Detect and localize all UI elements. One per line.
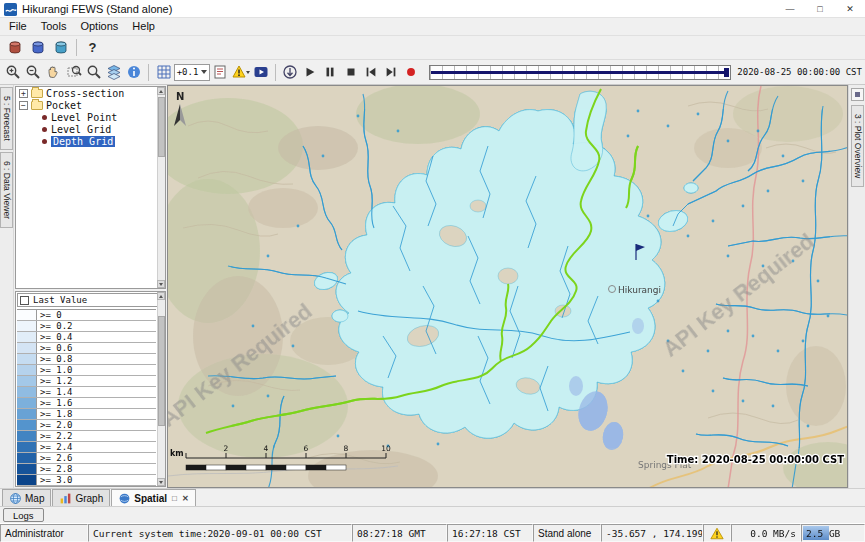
legend-label: >= 2.4 bbox=[37, 442, 73, 452]
record-button[interactable] bbox=[401, 62, 421, 83]
dock-icon bbox=[855, 92, 860, 97]
goto-current-time-icon[interactable] bbox=[280, 62, 300, 83]
last-value-checkbox[interactable] bbox=[20, 296, 29, 305]
scroll-up-icon[interactable] bbox=[157, 292, 165, 300]
scroll-up-icon[interactable] bbox=[157, 87, 165, 95]
tab-spatial[interactable]: Spatial □ ✕ bbox=[111, 489, 195, 506]
grid-threshold-value: +0.1 bbox=[177, 67, 199, 77]
left-tab-strip: 5 : Forecast 6 : Data Viewer bbox=[0, 85, 14, 488]
zoom-out-icon[interactable] bbox=[23, 62, 43, 83]
legend-label: >= 0.8 bbox=[37, 354, 73, 364]
pause-button[interactable] bbox=[320, 62, 340, 83]
legend-header: Last Value bbox=[17, 293, 164, 307]
step-forward-button[interactable] bbox=[381, 62, 401, 83]
maximize-button[interactable]: □ bbox=[805, 0, 835, 17]
zoom-box-icon[interactable] bbox=[64, 62, 84, 83]
database-red-icon[interactable] bbox=[3, 37, 26, 58]
logs-row: Logs bbox=[0, 506, 865, 523]
database-teal-icon[interactable] bbox=[49, 37, 72, 58]
toolbar-separator bbox=[76, 39, 77, 56]
legend-row: >= 0.6 bbox=[17, 343, 156, 354]
step-back-button[interactable] bbox=[361, 62, 381, 83]
zoom-full-icon[interactable] bbox=[84, 62, 104, 83]
warning-threshold-icon[interactable] bbox=[231, 62, 251, 83]
menu-help[interactable]: Help bbox=[126, 19, 163, 34]
info-icon[interactable] bbox=[124, 62, 144, 83]
legend-row: >= 2.2 bbox=[17, 431, 156, 442]
play-button[interactable] bbox=[300, 62, 320, 83]
svg-text:N: N bbox=[176, 91, 184, 102]
tree-item-pocket[interactable]: − Pocket bbox=[16, 99, 165, 111]
time-slider[interactable] bbox=[429, 65, 731, 80]
pan-hand-icon[interactable] bbox=[43, 62, 63, 83]
legend-row: >= 1.4 bbox=[17, 387, 156, 398]
tab-graph[interactable]: Graph bbox=[52, 489, 110, 506]
zoom-in-icon[interactable] bbox=[3, 62, 23, 83]
layer-bullet-icon bbox=[42, 127, 47, 132]
menu-tools[interactable]: Tools bbox=[35, 19, 75, 34]
scroll-down-icon[interactable] bbox=[157, 280, 165, 288]
map-canvas[interactable]: API Key Required API Key Required N Hiku… bbox=[168, 86, 848, 488]
svg-text:6: 6 bbox=[304, 444, 309, 453]
svg-text:8: 8 bbox=[344, 444, 349, 453]
tree-item-level-point[interactable]: Level Point bbox=[16, 111, 165, 123]
tree-item-level-grid[interactable]: Level Grid bbox=[16, 123, 165, 135]
menu-options[interactable]: Options bbox=[74, 19, 126, 34]
menu-file[interactable]: File bbox=[3, 19, 35, 34]
grid-display-icon[interactable] bbox=[153, 62, 173, 83]
legend-label: >= 2.2 bbox=[37, 431, 73, 441]
tab-map[interactable]: Map bbox=[2, 489, 51, 506]
tab-data-viewer[interactable]: 6 : Data Viewer bbox=[0, 152, 13, 228]
tree-item-depth-grid[interactable]: Depth Grid bbox=[16, 135, 165, 147]
legend-color-swatch bbox=[17, 475, 37, 485]
status-warning-icon[interactable] bbox=[703, 524, 731, 542]
tree-label-selected: Depth Grid bbox=[51, 136, 115, 147]
status-coordinates: -35.657 , 174.199 bbox=[601, 524, 703, 542]
animation-player-icon[interactable] bbox=[251, 62, 271, 83]
database-blue-icon[interactable] bbox=[26, 37, 49, 58]
legend-color-swatch bbox=[17, 376, 37, 386]
help-button[interactable]: ? bbox=[81, 37, 104, 58]
scroll-down-icon[interactable] bbox=[157, 478, 165, 486]
time-slider-track bbox=[431, 71, 729, 74]
tab-plot-overview[interactable]: 3 : Plot Overview bbox=[851, 105, 864, 187]
grid-threshold-select[interactable]: +0.1 bbox=[174, 64, 211, 81]
map-time-label: Time: 2020-08-25 00:00:00 CST bbox=[667, 454, 844, 465]
expand-plus-icon[interactable]: + bbox=[19, 89, 28, 98]
tab-forecast[interactable]: 5 : Forecast bbox=[0, 87, 13, 150]
legend-color-swatch bbox=[17, 453, 37, 463]
current-datetime-label: 2020-08-25 00:00:00 CST bbox=[737, 67, 862, 77]
bottom-tab-bar: Map Graph Spatial □ ✕ bbox=[0, 488, 865, 506]
legend-label: >= 0.4 bbox=[37, 332, 73, 342]
layers-icon[interactable] bbox=[104, 62, 124, 83]
minimize-button[interactable]: — bbox=[775, 0, 805, 17]
main-area: 5 : Forecast 6 : Data Viewer + Cross-sec… bbox=[0, 85, 865, 488]
panel-restore-icon[interactable]: □ bbox=[172, 494, 177, 503]
dock-button[interactable] bbox=[851, 88, 864, 101]
close-button[interactable]: ✕ bbox=[835, 0, 865, 17]
legend-color-swatch bbox=[17, 310, 37, 320]
legend-table: >= 0 >= 0.2 >= 0.4 >= 0.6 >= 0.8 >= 1.0 … bbox=[17, 309, 156, 485]
tab-spatial-label: Spatial bbox=[134, 493, 167, 504]
profile-document-icon[interactable] bbox=[210, 62, 230, 83]
layer-bullet-icon bbox=[42, 115, 47, 120]
legend-scrollbar[interactable] bbox=[157, 292, 165, 486]
legend-color-swatch bbox=[17, 420, 37, 430]
stop-button[interactable] bbox=[341, 62, 361, 83]
legend-row: >= 2.8 bbox=[17, 464, 156, 475]
collapse-minus-icon[interactable]: − bbox=[19, 101, 28, 110]
logs-button[interactable]: Logs bbox=[3, 508, 44, 522]
status-bar: Administrator Current system time:2020-0… bbox=[0, 523, 865, 542]
time-slider-handle[interactable] bbox=[724, 68, 729, 77]
scroll-thumb[interactable] bbox=[158, 316, 165, 426]
svg-text:10: 10 bbox=[381, 444, 391, 453]
legend-color-swatch bbox=[17, 442, 37, 452]
folder-icon bbox=[31, 101, 43, 110]
legend-label: >= 1.2 bbox=[37, 376, 73, 386]
scroll-thumb[interactable] bbox=[158, 97, 165, 157]
legend-row: >= 1.8 bbox=[17, 409, 156, 420]
tree-item-cross-section[interactable]: + Cross-section bbox=[16, 87, 165, 99]
legend-label: >= 1.8 bbox=[37, 409, 73, 419]
tree-scrollbar[interactable] bbox=[157, 87, 165, 288]
panel-close-icon[interactable]: ✕ bbox=[182, 494, 189, 503]
